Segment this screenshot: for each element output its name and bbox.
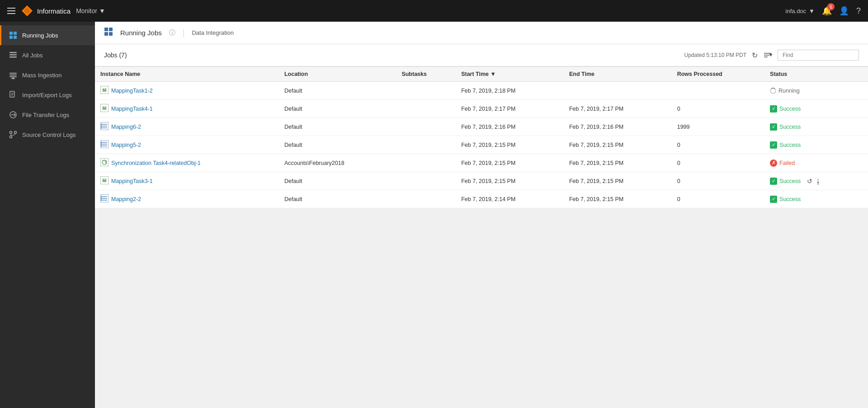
logo: Informatica <box>21 5 71 17</box>
page-icon <box>104 27 113 38</box>
cell-location: Default <box>279 82 396 100</box>
user-dropdown[interactable]: infa.doc ▼ <box>786 8 815 14</box>
task-icon-4 <box>100 140 108 150</box>
source-control-icon <box>9 130 18 139</box>
cell-end-time: Feb 7, 2019, 2:15 PM <box>564 154 672 172</box>
download-button[interactable]: ⭳ <box>815 178 821 185</box>
all-jobs-icon <box>9 51 18 60</box>
cell-rows-processed: 0 <box>672 190 764 208</box>
cell-status: ✓ Success <box>764 100 868 118</box>
monitor-label: Monitor <box>76 7 97 14</box>
svg-rect-4 <box>9 36 13 39</box>
table-row: M MappingTask3-1 Default Feb 7, 2019, 2:… <box>95 172 868 190</box>
cell-subtasks <box>396 100 456 118</box>
task-link-7[interactable]: Mapping2-2 <box>111 196 141 202</box>
task-icon-7 <box>100 194 108 204</box>
informatica-logo-icon <box>21 5 33 17</box>
svg-point-23 <box>10 136 12 138</box>
success-check-icon: ✓ <box>770 123 777 131</box>
col-rows-processed: Rows Processed <box>672 67 764 82</box>
col-start-time[interactable]: Start Time ▼ <box>456 67 564 82</box>
cell-location: Default <box>279 136 396 154</box>
content-header: Running Jobs ⓘ | Data Integration <box>95 22 868 44</box>
cell-end-time <box>564 82 672 100</box>
task-link-3[interactable]: Mapping6-2 <box>111 124 141 130</box>
file-transfer-icon <box>9 110 18 119</box>
import-export-icon <box>9 90 18 99</box>
sidebar-item-label-all-jobs: All Jobs <box>22 52 43 59</box>
svg-rect-54 <box>100 158 108 166</box>
find-input[interactable] <box>778 50 859 61</box>
cell-end-time: Feb 7, 2019, 2:15 PM <box>564 136 672 154</box>
cell-subtasks <box>396 190 456 208</box>
task-link-2[interactable]: MappingTask4-1 <box>111 106 153 112</box>
table-row: M MappingTask1-2 Default Feb 7, 2019, 2:… <box>95 82 868 100</box>
cell-subtasks <box>396 154 456 172</box>
cell-status: ✓ Success <box>764 118 868 136</box>
cell-location: Default <box>279 100 396 118</box>
cell-location: Default <box>279 190 396 208</box>
sidebar-item-file-transfer-logs[interactable]: File Transfer Logs <box>0 105 95 125</box>
page-title: Running Jobs <box>120 29 162 37</box>
success-check-icon: ✓ <box>770 141 777 149</box>
task-link-6[interactable]: MappingTask3-1 <box>111 178 153 184</box>
header-help-icon[interactable]: ⓘ <box>169 29 175 37</box>
monitor-dropdown[interactable]: Monitor ▼ <box>76 7 105 14</box>
svg-rect-7 <box>9 54 17 56</box>
help-button[interactable]: ? <box>856 6 861 16</box>
table-row: Synchronization Task4-relatedObj-1 Accou… <box>95 154 868 172</box>
cell-subtasks <box>396 82 456 100</box>
cell-start-time: Feb 7, 2019, 2:14 PM <box>456 190 564 208</box>
top-nav: Informatica Monitor ▼ infa.doc ▼ 🔔 6 👤 ? <box>0 0 868 22</box>
col-instance-name: Instance Name <box>95 67 279 82</box>
task-icon-6: M <box>100 176 108 186</box>
svg-text:M: M <box>103 88 106 93</box>
cell-location: Accounts\February2018 <box>279 154 396 172</box>
cell-instance-name: Synchronization Task4-relatedObj-1 <box>95 154 279 172</box>
cell-rows-processed: 0 <box>672 172 764 190</box>
sidebar-item-all-jobs[interactable]: All Jobs <box>0 45 95 65</box>
cell-status: ✓ Success ↺ ⭳ <box>764 172 868 190</box>
cell-subtasks <box>396 118 456 136</box>
svg-rect-9 <box>9 75 17 75</box>
updated-timestamp: Updated 5:13:10 PM PDT <box>684 52 746 58</box>
jobs-count: Jobs (7) <box>104 52 127 59</box>
table-row: Mapping2-2 Default Feb 7, 2019, 2:14 PM … <box>95 190 868 208</box>
cell-end-time: Feb 7, 2019, 2:16 PM <box>564 118 672 136</box>
cell-instance-name: Mapping2-2 <box>95 190 279 208</box>
notifications-button[interactable]: 🔔 6 <box>822 6 832 16</box>
cell-rows-processed: 0 <box>672 136 764 154</box>
hamburger-menu[interactable] <box>7 8 15 14</box>
sidebar-item-source-control-logs[interactable]: Source Control Logs <box>0 125 95 145</box>
cell-status: ✓ Success <box>764 190 868 208</box>
cell-start-time: Feb 7, 2019, 2:17 PM <box>456 100 564 118</box>
cell-rows-processed: 0 <box>672 154 764 172</box>
task-link-1[interactable]: MappingTask1-2 <box>111 88 153 94</box>
sidebar-item-mass-ingestion[interactable]: Mass Ingestion <box>0 65 95 85</box>
sidebar-item-running-jobs[interactable]: Running Jobs <box>0 25 95 45</box>
cell-start-time: Feb 7, 2019, 2:15 PM <box>456 172 564 190</box>
task-icon-5 <box>100 158 108 168</box>
svg-rect-25 <box>104 28 108 31</box>
cell-end-time: Feb 7, 2019, 2:15 PM <box>564 190 672 208</box>
refresh-button[interactable]: ↻ <box>752 51 758 60</box>
user-profile-button[interactable]: 👤 <box>839 6 849 16</box>
task-icon-3 <box>100 122 108 131</box>
cell-instance-name: Mapping5-2 <box>95 136 279 154</box>
svg-marker-12 <box>11 77 15 79</box>
sidebar-item-import-export-logs[interactable]: Import/Export Logs <box>0 85 95 105</box>
sort-button[interactable] <box>763 51 772 59</box>
svg-rect-10 <box>9 73 17 74</box>
sidebar-item-label-running-jobs: Running Jobs <box>22 32 58 39</box>
sidebar-item-label-file-transfer-logs: File Transfer Logs <box>22 112 69 118</box>
task-link-5[interactable]: Synchronization Task4-relatedObj-1 <box>111 160 201 166</box>
cell-status: Running <box>764 82 868 100</box>
data-table: Instance Name Location Subtasks Start Ti… <box>95 66 868 208</box>
task-link-4[interactable]: Mapping5-2 <box>111 142 141 148</box>
svg-rect-5 <box>14 36 17 39</box>
table-row: Mapping6-2 Default Feb 7, 2019, 2:16 PM … <box>95 118 868 136</box>
svg-point-21 <box>10 131 12 134</box>
restart-button[interactable]: ↺ <box>807 178 812 185</box>
cell-rows-processed: 0 <box>672 100 764 118</box>
content-area: Running Jobs ⓘ | Data Integration Jobs (… <box>95 22 868 408</box>
